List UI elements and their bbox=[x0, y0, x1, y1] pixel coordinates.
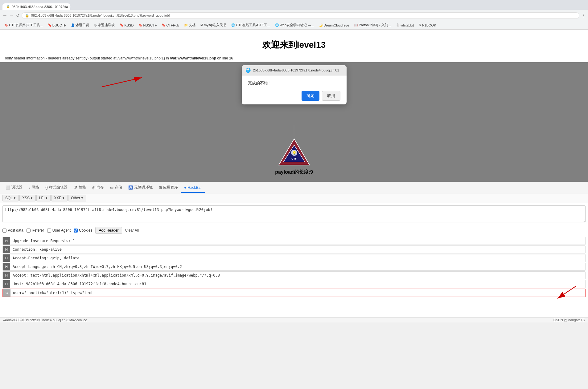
bookmark-icon-9: M bbox=[200, 23, 203, 27]
devtools-tab-application[interactable]: ⊞ 应用程序 bbox=[156, 182, 181, 193]
referer-checkbox[interactable]: Referer bbox=[27, 228, 44, 233]
dialog-message: 完成的不错！ bbox=[248, 80, 340, 86]
reload-icon[interactable]: ↺ bbox=[16, 13, 20, 18]
accessibility-label: 无障碍环境 bbox=[134, 185, 153, 190]
hackbar-sql-btn[interactable]: SQL ▼ bbox=[2, 195, 19, 201]
header-badge-h4: H bbox=[3, 263, 10, 270]
bookmark-label-4: 渗透违导软 bbox=[98, 23, 115, 27]
lfi-dropdown-arrow: ▼ bbox=[45, 197, 48, 200]
hackbar-url-input[interactable] bbox=[2, 205, 586, 222]
storage-label: 存储 bbox=[115, 185, 122, 190]
bookmark-protobuf[interactable]: 📖 Protobuf学习 - 入门... bbox=[352, 22, 393, 28]
bookmark-label-14: whitabbit bbox=[401, 23, 414, 27]
devtools-tab-accessibility[interactable]: ♿ 无障碍环境 bbox=[125, 182, 156, 193]
hackbar-options: Post data Referer User Agent Cookies Add… bbox=[0, 226, 588, 236]
hackbar-lfi-btn[interactable]: LFI ▼ bbox=[36, 195, 51, 201]
status-bar: -4ada-8306-101972ffa1f8.node4.buuoj.cn:8… bbox=[0, 317, 588, 322]
add-header-button[interactable]: Add Header bbox=[95, 227, 122, 234]
application-icon: ⊞ bbox=[159, 185, 162, 190]
forward-icon[interactable]: → bbox=[9, 13, 14, 18]
bookmark-seepage[interactable]: 👤 渗透干货 bbox=[69, 22, 91, 28]
bookmark-label-15: N1BOOK bbox=[422, 23, 436, 27]
cookies-input[interactable] bbox=[74, 229, 78, 233]
header-row-upgrade: H bbox=[2, 237, 586, 245]
devtools-tab-storage[interactable]: ▭ 存储 bbox=[107, 182, 125, 193]
bookmark-websec[interactable]: 🌐 Web安全学习笔记 —... bbox=[273, 22, 316, 28]
back-icon[interactable]: ← bbox=[2, 13, 7, 18]
user-agent-input[interactable] bbox=[47, 229, 51, 233]
bookmark-icon-2: 🔖 bbox=[48, 23, 51, 27]
bookmark-n1book[interactable]: N N1BOOK bbox=[417, 23, 438, 28]
bookmark-buuctf[interactable]: 🔖 BUUCTF bbox=[46, 23, 68, 28]
hackbar-xxe-btn[interactable]: XXE ▼ bbox=[51, 195, 68, 201]
bookmark-ctf-resources[interactable]: 🔖 CTF资源库|CTF工具... bbox=[2, 22, 45, 28]
tab-security-icon: 🔒 bbox=[6, 5, 10, 8]
address-bar: ← → ↺ 🔒 982b1b03-d68f-4ada-8306-101972ff… bbox=[0, 10, 588, 21]
header-input-host[interactable] bbox=[10, 280, 585, 288]
user-agent-checkbox[interactable]: User Agent bbox=[47, 228, 71, 233]
devtools-panel: ⬜ 调试器 ↕ 网络 {} 样式编辑器 ⏱ 性能 ◎ 内存 ▭ 存储 ♿ 无障碍… bbox=[0, 182, 588, 317]
header-input-connection[interactable] bbox=[10, 246, 585, 253]
referer-input[interactable] bbox=[27, 229, 31, 233]
memory-icon: ◎ bbox=[92, 185, 95, 190]
bookmark-kssd[interactable]: 🔖 KSSD bbox=[118, 23, 135, 28]
header-row-host: H bbox=[2, 280, 586, 288]
header-input-upgrade[interactable] bbox=[10, 237, 585, 245]
bookmarks-bar: 🔖 CTF资源库|CTF工具... 🔖 BUUCTF 👤 渗透干货 ◎ 渗透违导… bbox=[0, 21, 588, 30]
bookmark-nssctf[interactable]: 🔖 NSSCTF bbox=[137, 23, 158, 28]
active-tab[interactable]: 🔒 982b1b03-d68f-4ada-8306-101972ffa1f8.n… bbox=[2, 3, 70, 10]
dialog-url: 2b1b03-d68f-4ada-8306-101972ffa1f8.node4… bbox=[253, 68, 339, 72]
clear-all-button[interactable]: Clear All bbox=[125, 228, 139, 233]
extensions-icon[interactable]: ⋮ bbox=[581, 13, 586, 18]
tab-bar: 🔒 982b1b03-d68f-4ada-8306-101972ffa1f8.n… bbox=[0, 0, 588, 10]
devtools-tab-network[interactable]: ↕ 网络 bbox=[26, 182, 42, 193]
dialog-confirm-button[interactable]: 确定 bbox=[302, 91, 319, 101]
storage-icon: ▭ bbox=[110, 185, 113, 190]
header-badge-h2: H bbox=[3, 246, 10, 253]
header-input-accept[interactable] bbox=[10, 272, 585, 279]
hackbar-other-btn[interactable]: Other ▼ bbox=[68, 195, 86, 201]
devtools-tab-hackbar[interactable]: ● HackBar bbox=[181, 183, 205, 193]
post-data-label: Post data bbox=[8, 228, 23, 233]
xss-dropdown-arrow: ▼ bbox=[30, 197, 33, 200]
header-row-accept: H bbox=[2, 271, 586, 279]
other-label: Other bbox=[71, 196, 80, 200]
bookmark-icon-6: 🔖 bbox=[138, 23, 142, 27]
status-right: CSDN @MangataTS bbox=[553, 318, 585, 322]
header-input-cookie[interactable] bbox=[10, 289, 585, 297]
header-badge-h1: H bbox=[3, 237, 10, 245]
bookmark-ctfonline[interactable]: 🌐 CTF在线工具-CTF工... bbox=[229, 22, 272, 28]
bookmark-label-11: Web安全学习笔记 —... bbox=[280, 23, 314, 27]
post-data-input[interactable] bbox=[2, 229, 6, 233]
user-agent-label: User Agent bbox=[52, 228, 71, 233]
address-text: 982b1b03-d68f-4ada-8306-101972ffa1f8.nod… bbox=[31, 14, 576, 17]
bookmark-mysql[interactable]: M mysql注入天书 bbox=[199, 22, 228, 28]
header-input-accept-language[interactable] bbox=[10, 263, 585, 270]
cookies-checkbox[interactable]: Cookies bbox=[74, 228, 92, 233]
bookmark-label-10: CTF在线工具-CTF工... bbox=[236, 23, 270, 27]
bookmark-icon-14: 🐇 bbox=[396, 23, 400, 27]
header-input-accept-encoding[interactable] bbox=[10, 254, 585, 262]
post-data-checkbox[interactable]: Post data bbox=[2, 228, 23, 233]
bookmark-ctfhub[interactable]: 🔖 CTFHub bbox=[160, 23, 181, 28]
dialog-header: 🌐 2b1b03-d68f-4ada-8306-101972ffa1f8.nod… bbox=[242, 65, 347, 75]
devtools-tab-memory[interactable]: ◎ 内存 bbox=[89, 182, 107, 193]
bookmark-docs[interactable]: 📁 文档 bbox=[182, 22, 197, 28]
bookmark-dream[interactable]: 🌙 DreamCloudreve bbox=[317, 23, 351, 28]
devtools-tab-performance[interactable]: ⏱ 性能 bbox=[71, 182, 89, 193]
dialog-overlay: 🌐 2b1b03-d68f-4ada-8306-101972ffa1f8.nod… bbox=[0, 59, 588, 182]
address-box[interactable]: 🔒 982b1b03-d68f-4ada-8306-101972ffa1f8.n… bbox=[22, 12, 579, 19]
lfi-label: LFI bbox=[39, 196, 44, 200]
browser-content: 欢迎来到level13 odify header information - h… bbox=[0, 30, 588, 182]
bookmark-icon-13: 📖 bbox=[354, 23, 358, 27]
bookmark-guide[interactable]: ◎ 渗透违导软 bbox=[92, 22, 117, 28]
bookmark-whitabbit[interactable]: 🐇 whitabbit bbox=[394, 23, 416, 28]
hackbar-xss-btn[interactable]: XSS ▼ bbox=[19, 195, 36, 201]
dialog-cancel-button[interactable]: 取消 bbox=[322, 91, 340, 101]
bookmark-label: CTF资源库|CTF工具... bbox=[9, 23, 43, 27]
dialog-body: 完成的不错！ 确定 取消 bbox=[242, 75, 347, 104]
devtools-tab-debugger[interactable]: ⬜ 调试器 bbox=[2, 182, 26, 193]
devtools-tabs: ⬜ 调试器 ↕ 网络 {} 样式编辑器 ⏱ 性能 ◎ 内存 ▭ 存储 ♿ 无障碍… bbox=[0, 182, 588, 193]
cookies-label: Cookies bbox=[79, 228, 92, 233]
devtools-tab-style-editor[interactable]: {} 样式编辑器 bbox=[42, 182, 71, 193]
